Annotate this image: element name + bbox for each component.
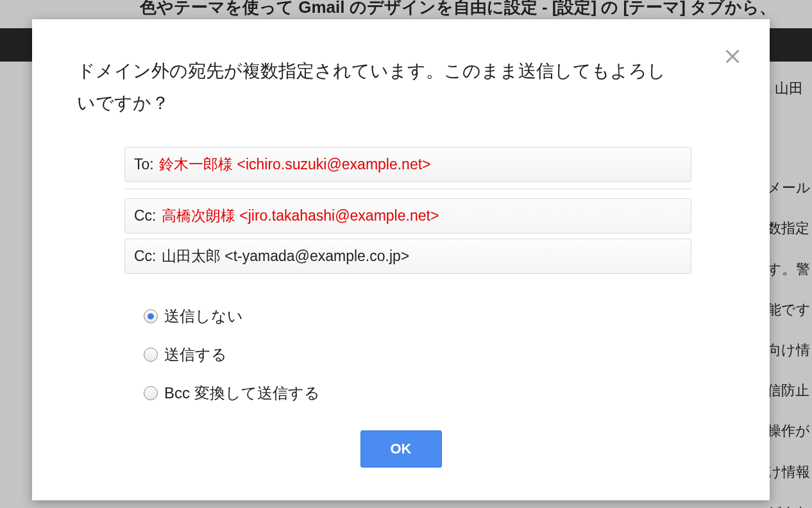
recipient-separator: [124, 189, 691, 189]
dialog-actions: OK: [77, 430, 725, 468]
dialog-title: ドメイン外の宛先が複数指定されています。このまま送信してもよろしいですか？: [77, 55, 667, 120]
send-options-group: 送信しない 送信する Bcc 変換して送信する: [144, 306, 725, 403]
recipient-value: 高橋次朗様 <jiro.takahashi@example.net>: [162, 207, 439, 224]
ok-button[interactable]: OK: [360, 430, 442, 468]
recipient-field-label: Cc:: [134, 248, 156, 264]
option-label: 送信しない: [164, 306, 243, 326]
close-button[interactable]: [721, 45, 744, 68]
recipient-value: 山田太郎 <t-yamada@example.co.jp>: [162, 248, 409, 264]
option-label: Bcc 変換して送信する: [164, 383, 320, 403]
recipient-value: 鈴木一郎様 <ichiro.suzuki@example.net>: [159, 156, 430, 173]
recipient-field-label: To:: [134, 156, 154, 173]
close-icon: [721, 59, 744, 70]
option-dont-send[interactable]: 送信しない: [144, 306, 725, 326]
radio-icon: [144, 386, 158, 400]
recipient-list: To: 鈴木一郎様 <ichiro.suzuki@example.net> Cc…: [124, 147, 691, 274]
recipient-cc-external: Cc: 高橋次朗様 <jiro.takahashi@example.net>: [124, 198, 691, 233]
recipient-cc-internal: Cc: 山田太郎 <t-yamada@example.co.jp>: [124, 239, 691, 274]
option-send-as-bcc[interactable]: Bcc 変換して送信する: [144, 383, 725, 403]
option-label: 送信する: [164, 344, 227, 365]
radio-icon: [144, 348, 158, 362]
recipient-field-label: Cc:: [134, 207, 156, 224]
radio-icon: [144, 309, 158, 323]
recipient-to-external: To: 鈴木一郎様 <ichiro.suzuki@example.net>: [124, 147, 691, 182]
option-send[interactable]: 送信する: [144, 344, 725, 365]
external-recipient-warning-dialog: ドメイン外の宛先が複数指定されています。このまま送信してもよろしいですか？ To…: [32, 19, 770, 500]
